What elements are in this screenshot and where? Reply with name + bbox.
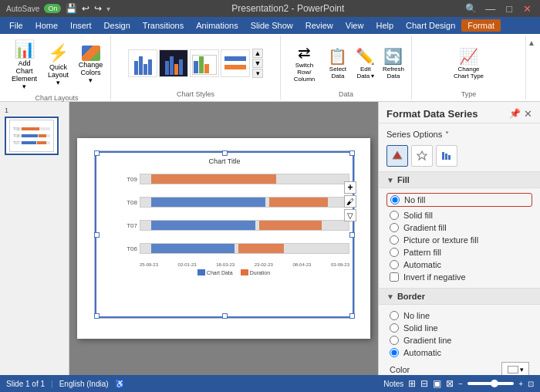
chart-add-button[interactable]: + xyxy=(344,181,356,194)
quick-layout-button[interactable]: ⚡ QuickLayout ▾ xyxy=(43,41,74,89)
zoom-in-icon[interactable]: + xyxy=(518,380,523,388)
format-icon-series-options[interactable] xyxy=(436,145,457,167)
menu-chart-design[interactable]: Chart Design xyxy=(400,19,461,32)
menu-transitions[interactable]: Transitions xyxy=(137,19,190,32)
radio-solid-fill[interactable] xyxy=(390,211,399,220)
change-chart-type-button[interactable]: 📈 ChangeChart Type xyxy=(451,45,487,82)
radio-pattern-fill-row[interactable]: Pattern fill xyxy=(386,246,532,259)
format-icon-fill[interactable] xyxy=(386,145,408,167)
menu-slideshow[interactable]: Slide Show xyxy=(245,19,299,32)
chart-filter-button[interactable]: ▽ xyxy=(344,209,356,221)
handle-br[interactable] xyxy=(349,313,355,319)
radio-pattern-fill[interactable] xyxy=(390,248,399,257)
radio-border-automatic-row[interactable]: Automatic xyxy=(386,346,532,359)
chart-style-2[interactable] xyxy=(159,49,188,77)
status-view-slide[interactable]: ▣ xyxy=(433,378,441,389)
toolbar-arrow[interactable]: ▾ xyxy=(106,5,110,13)
search-icon[interactable]: 🔍 xyxy=(465,3,477,14)
row-track-t06[interactable] xyxy=(140,243,349,254)
zoom-slider[interactable] xyxy=(467,382,514,385)
redo-icon[interactable]: ↪ xyxy=(94,3,102,14)
radio-solid-line-row[interactable]: Solid line xyxy=(386,322,532,334)
select-data-button[interactable]: 📋 SelectData xyxy=(325,45,351,82)
close-button[interactable]: ✕ xyxy=(521,3,534,15)
format-panel-close[interactable]: ✕ xyxy=(524,108,532,120)
radio-gradient-fill-row[interactable]: Gradient fill xyxy=(386,221,532,234)
radio-automatic-fill[interactable] xyxy=(390,260,399,269)
checkbox-invert-negative-row[interactable]: Invert if negative xyxy=(386,271,532,283)
menu-file[interactable]: File xyxy=(3,19,29,32)
x-label-2: 02-01-23 xyxy=(178,262,197,267)
fit-slide-button[interactable]: ⊡ xyxy=(528,380,534,388)
menu-review[interactable]: Review xyxy=(299,19,339,32)
switch-row-col-icon: ⇄ xyxy=(298,43,311,62)
handle-bm[interactable] xyxy=(222,313,228,319)
radio-gradient-fill[interactable] xyxy=(390,223,399,232)
maximize-button[interactable]: □ xyxy=(504,3,515,15)
border-collapse-icon: ▼ xyxy=(386,292,394,301)
menu-view[interactable]: View xyxy=(339,19,370,32)
format-icon-effects[interactable] xyxy=(411,145,433,167)
save-icon[interactable]: 💾 xyxy=(66,3,77,14)
styles-more[interactable]: ▾ xyxy=(252,69,263,78)
radio-automatic-fill-row[interactable]: Automatic xyxy=(386,259,532,271)
radio-solid-fill-row[interactable]: Solid fill xyxy=(386,209,532,221)
row-track-t08[interactable] xyxy=(140,197,349,208)
status-view-reading[interactable]: ⊠ xyxy=(446,378,454,389)
menu-home[interactable]: Home xyxy=(29,19,64,32)
radio-no-fill-row[interactable]: No fill xyxy=(386,193,532,207)
status-view-normal[interactable]: ⊞ xyxy=(408,378,416,389)
border-section-header[interactable]: ▼ Border xyxy=(379,288,540,305)
radio-border-automatic[interactable] xyxy=(390,348,399,357)
undo-icon[interactable]: ↩ xyxy=(82,3,89,14)
change-colors-button[interactable]: ChangeColors ▾ xyxy=(76,43,106,86)
gantt-row-t07: T07 xyxy=(118,215,349,236)
radio-no-line-row[interactable]: No line xyxy=(386,309,532,322)
chart-container[interactable]: Chart Title T09 T08 xyxy=(94,150,355,319)
edit-data-button[interactable]: ✏️ EditData ▾ xyxy=(353,45,379,82)
chart-style-button[interactable]: 🖌 xyxy=(344,195,356,208)
zoom-out-icon[interactable]: − xyxy=(458,380,463,388)
border-color-picker[interactable]: ▾ xyxy=(501,362,529,375)
chart-style-3[interactable] xyxy=(190,49,219,77)
row-track-t07[interactable] xyxy=(140,220,349,231)
colors-icon xyxy=(82,46,100,61)
chart-style-4[interactable] xyxy=(221,49,250,77)
menu-help[interactable]: Help xyxy=(370,19,400,32)
radio-picture-texture-row[interactable]: Picture or texture fill xyxy=(386,234,532,246)
slide-thumbnail[interactable]: T09 T08 T xyxy=(5,117,59,155)
row-track-t09[interactable] xyxy=(140,174,349,184)
ribbon-collapse[interactable]: ▲ xyxy=(526,35,537,100)
add-chart-element-button[interactable]: 📊 Add ChartElement ▾ xyxy=(8,37,42,93)
refresh-data-button[interactable]: 🔄 RefreshData xyxy=(380,45,407,82)
radio-picture-texture[interactable] xyxy=(390,235,399,245)
handle-bl[interactable] xyxy=(94,313,100,319)
notes-button[interactable]: Notes xyxy=(383,380,403,388)
solid-line-label: Solid line xyxy=(403,323,438,333)
chart-title: Chart Title xyxy=(95,154,354,165)
slide-canvas[interactable]: Chart Title T09 T08 xyxy=(77,138,370,339)
radio-gradient-line[interactable] xyxy=(390,336,399,345)
styles-scroll-up[interactable]: ▲ xyxy=(252,49,263,58)
menu-format[interactable]: Format xyxy=(461,19,501,32)
styles-scroll-down[interactable]: ▼ xyxy=(252,59,263,68)
status-view-outline[interactable]: ⊟ xyxy=(420,378,428,389)
radio-no-fill[interactable] xyxy=(390,195,400,204)
switch-row-column-button[interactable]: ⇄ Switch Row/Column xyxy=(285,41,323,85)
svg-rect-3 xyxy=(448,155,451,160)
fill-section-header[interactable]: ▼ Fill xyxy=(379,171,540,188)
menu-design[interactable]: Design xyxy=(98,19,137,32)
radio-gradient-line-row[interactable]: Gradient line xyxy=(386,334,532,346)
autosave-toggle[interactable]: On xyxy=(44,4,61,13)
color-picker-arrow[interactable]: ▾ xyxy=(520,366,524,373)
radio-no-line[interactable] xyxy=(390,311,399,320)
series-options-arrow[interactable]: ˅ xyxy=(445,130,449,139)
menu-animations[interactable]: Animations xyxy=(190,19,244,32)
checkbox-invert-negative[interactable] xyxy=(390,272,399,282)
chart-style-1[interactable] xyxy=(128,49,157,77)
radio-solid-line[interactable] xyxy=(390,323,399,333)
chart-float-buttons: + 🖌 ▽ xyxy=(344,181,356,221)
format-panel-pin[interactable]: 📌 xyxy=(509,108,521,120)
menu-insert[interactable]: Insert xyxy=(64,19,98,32)
minimize-button[interactable]: — xyxy=(483,3,498,15)
